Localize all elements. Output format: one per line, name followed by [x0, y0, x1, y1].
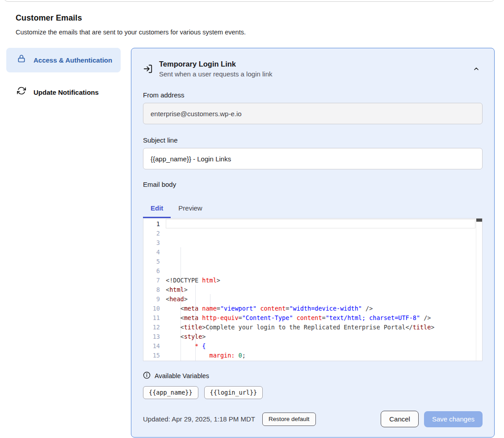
line-number: 3	[143, 238, 160, 248]
temporary-login-link-card: Temporary Login Link Sent when a user re…	[131, 48, 495, 438]
code-line: <meta name="viewport" content="width=dev…	[166, 304, 482, 313]
line-number: 2	[143, 229, 160, 238]
line-number: 14	[143, 341, 160, 351]
page-subtitle: Customize the emails that are sent to yo…	[16, 29, 504, 36]
tab-preview[interactable]: Preview	[171, 199, 210, 218]
refresh-icon	[17, 86, 26, 98]
line-number: 9	[143, 295, 160, 304]
email-types-sidebar: Access & Authentication Update Notificat…	[6, 48, 121, 105]
card-header-text: Temporary Login Link Sent when a user re…	[159, 60, 272, 78]
save-changes-button[interactable]: Save changes	[424, 411, 483, 427]
line-number: 10	[143, 304, 160, 313]
code-editor[interactable]: 12345678910111213141516 <!DOCTYPE html><…	[143, 218, 483, 361]
updated-timestamp: Updated: Apr 29, 2025, 1:18 PM MDT	[143, 415, 255, 423]
from-address-input[interactable]	[143, 103, 483, 124]
code-line: <style>	[166, 332, 482, 341]
code-line: font-family: "Helvetica Neue", Helvetica…	[166, 360, 482, 361]
card-footer: Updated: Apr 29, 2025, 1:18 PM MDT Resto…	[143, 411, 483, 427]
line-number: 5	[143, 257, 160, 266]
code-line: <meta http-equiv="Content-Type" content=…	[166, 313, 482, 323]
info-icon	[143, 371, 151, 380]
restore-default-button[interactable]: Restore default	[262, 413, 316, 426]
code-line: <html>	[166, 285, 482, 295]
variable-chip[interactable]: {{app_name}}	[143, 386, 198, 399]
chevron-up-icon	[473, 67, 480, 74]
collapse-button[interactable]	[470, 63, 483, 76]
card-header: Temporary Login Link Sent when a user re…	[143, 60, 483, 78]
line-number: 11	[143, 313, 160, 323]
available-variables-header: Available Variables	[143, 371, 483, 380]
code-area[interactable]: <!DOCTYPE html><html><head> <meta name="…	[166, 219, 482, 361]
card-subtitle: Sent when a user requests a login link	[159, 70, 272, 78]
code-line: <head>	[166, 295, 482, 304]
line-number: 6	[143, 266, 160, 276]
lock-icon	[17, 54, 26, 66]
sidebar-item-access-authentication[interactable]: Access & Authentication	[6, 48, 121, 72]
line-number: 16	[143, 360, 160, 361]
line-number: 1	[143, 219, 160, 229]
variable-chip-list: {{app_name}}{{login_url}}	[143, 386, 483, 399]
code-line: <title>Complete your login to the Replic…	[166, 323, 482, 332]
page-header: Customer Emails Customize the emails tha…	[16, 13, 504, 36]
code-line: * {	[166, 341, 482, 351]
line-number: 12	[143, 323, 160, 332]
line-number: 13	[143, 332, 160, 341]
line-number-gutter: 12345678910111213141516	[143, 219, 166, 361]
sidebar-item-label: Update Notifications	[34, 87, 99, 98]
line-number: 8	[143, 285, 160, 295]
variable-chip[interactable]: {{login_url}}	[204, 386, 263, 399]
subject-line-input[interactable]	[143, 148, 483, 169]
scrollbar-thumb[interactable]	[476, 219, 482, 222]
from-address-label: From address	[143, 91, 483, 99]
code-line: <!DOCTYPE html>	[166, 276, 482, 285]
page-title: Customer Emails	[16, 13, 504, 23]
editor-scrollbar[interactable]	[476, 219, 482, 361]
cancel-button[interactable]: Cancel	[381, 411, 419, 427]
line-number: 7	[143, 276, 160, 285]
tab-edit[interactable]: Edit	[143, 199, 171, 218]
email-body-label: Email body	[143, 181, 483, 188]
line-number: 4	[143, 248, 160, 257]
previous-card-bottom-edge	[4, 0, 495, 2]
subject-line-label: Subject line	[143, 136, 483, 144]
main-layout: Access & Authentication Update Notificat…	[0, 48, 504, 438]
code-line: margin: 0;	[166, 351, 482, 360]
sidebar-item-label: Access & Authentication	[34, 55, 112, 66]
current-line-highlight	[166, 219, 475, 228]
sidebar-item-update-notifications[interactable]: Update Notifications	[6, 80, 121, 105]
line-number: 15	[143, 351, 160, 360]
login-icon	[143, 64, 153, 76]
email-body-tabs: Edit Preview	[143, 199, 483, 218]
card-title: Temporary Login Link	[159, 60, 272, 68]
available-variables-label: Available Variables	[155, 372, 209, 379]
available-variables-section: Available Variables {{app_name}}{{login_…	[143, 371, 483, 399]
